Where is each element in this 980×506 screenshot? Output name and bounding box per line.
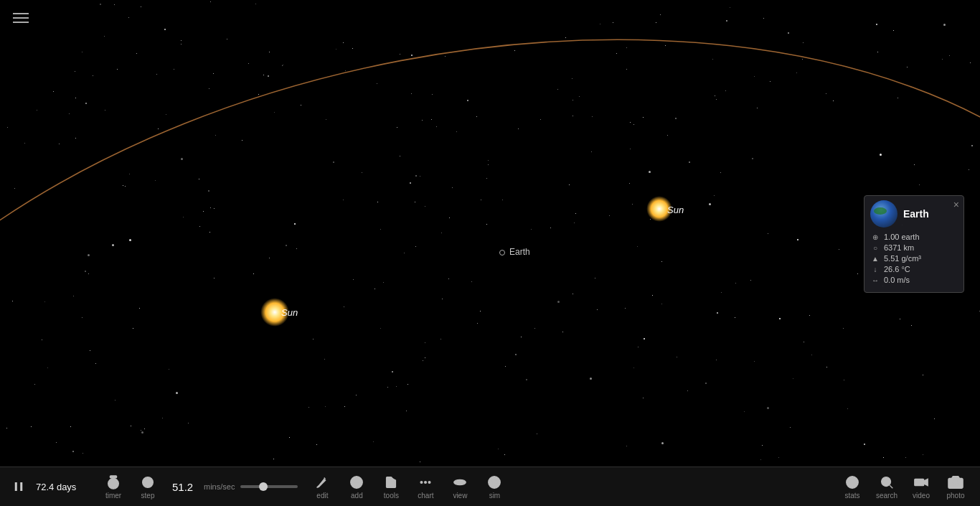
tools-button[interactable]: tools (378, 474, 404, 500)
speed-slider[interactable] (240, 485, 298, 488)
svg-point-22 (852, 484, 852, 484)
menu-button[interactable] (13, 13, 29, 23)
svg-rect-2 (20, 482, 22, 491)
time-display: 72.4 days (36, 482, 86, 492)
svg-point-0 (0, 0, 980, 506)
earth-dot[interactable] (499, 250, 505, 256)
photo-label: photo (946, 492, 964, 500)
video-label: video (913, 492, 930, 500)
search-button[interactable]: search (874, 474, 900, 500)
stats-button[interactable]: stats (839, 474, 865, 500)
view-label: view (453, 492, 467, 500)
photo-button[interactable]: photo (943, 474, 969, 500)
view-button[interactable]: view (447, 474, 473, 500)
earth-info-card: Earth × ⊕ 1.00 earth ○ 6371 km ▲ 5.51 g/… (864, 195, 964, 293)
stat-icon-density: ▲ (870, 255, 880, 263)
stat-row-temp: ↓ 26.6 °C (870, 265, 958, 273)
svg-line-24 (890, 485, 892, 488)
edit-button[interactable]: edit (309, 474, 335, 500)
earth-card-image (870, 200, 897, 228)
tools-label: tools (384, 492, 399, 500)
speed-value: 51.2 (172, 481, 198, 493)
video-button[interactable]: video (908, 474, 934, 500)
svg-rect-1 (15, 482, 17, 491)
stat-value-radius: 6371 km (884, 243, 914, 252)
edit-label: edit (316, 492, 328, 500)
speed-unit: mins/sec (204, 482, 235, 491)
earth-card-stats: ⊕ 1.00 earth ○ 6371 km ▲ 5.51 g/cm³ ↓ 26… (864, 233, 963, 284)
stat-icon-temp: ↓ (870, 266, 880, 273)
sim-button[interactable]: sim (481, 474, 507, 500)
speed-control: 51.2 mins/sec (172, 481, 298, 493)
svg-point-23 (882, 477, 891, 486)
chart-label: chart (418, 492, 433, 500)
svg-rect-3 (110, 475, 116, 477)
timer-label: timer (105, 492, 121, 500)
svg-point-17 (458, 480, 462, 484)
chart-button[interactable]: chart (413, 474, 438, 500)
svg-point-26 (953, 480, 958, 485)
speed-slider-thumb[interactable] (259, 482, 268, 491)
pause-button[interactable] (7, 475, 30, 498)
svg-point-15 (429, 481, 431, 483)
stat-value-mass: 1.00 earth (884, 233, 920, 241)
sim-label: sim (489, 492, 501, 500)
svg-point-4 (108, 478, 119, 489)
timer-button[interactable]: timer (100, 474, 126, 500)
stat-icon-radius: ○ (870, 244, 880, 252)
add-button[interactable]: add (344, 474, 369, 500)
stat-icon-mass: ⊕ (870, 233, 880, 241)
stat-icon-speed: ↔ (870, 276, 880, 284)
stat-value-temp: 26.6 °C (884, 265, 910, 273)
svg-rect-25 (915, 479, 924, 485)
stat-row-radius: ○ 6371 km (870, 243, 958, 252)
earth-card-title: Earth (903, 208, 929, 220)
stats-label: stats (844, 492, 859, 500)
svg-point-13 (421, 481, 423, 483)
toolbar: 72.4 days timer step 51.2 mins/sec (0, 467, 980, 506)
step-label: step (141, 492, 155, 500)
stat-row-mass: ⊕ 1.00 earth (870, 233, 958, 241)
step-button[interactable]: step (135, 474, 161, 500)
search-label: search (876, 492, 897, 500)
earth-card-close-button[interactable]: × (953, 200, 959, 210)
svg-point-19 (492, 479, 497, 484)
svg-point-14 (425, 481, 427, 483)
stat-row-speed: ↔ 0.0 m/s (870, 276, 958, 284)
stat-value-density: 5.51 g/cm³ (884, 254, 921, 263)
stat-value-speed: 0.0 m/s (884, 276, 910, 284)
stat-row-density: ▲ 5.51 g/cm³ (870, 254, 958, 263)
add-label: add (351, 492, 363, 500)
svg-point-6 (143, 477, 154, 487)
